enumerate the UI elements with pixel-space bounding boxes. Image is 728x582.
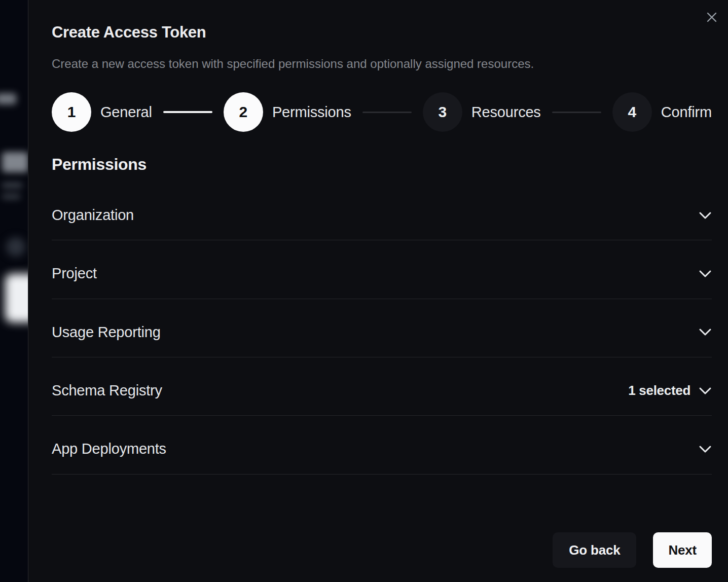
chevron-down-icon bbox=[699, 445, 712, 453]
permission-row-label: Usage Reporting bbox=[52, 324, 161, 341]
chevron-down-icon bbox=[699, 211, 712, 220]
step-label: General bbox=[100, 104, 152, 121]
close-button[interactable] bbox=[702, 7, 722, 27]
step-permissions: 2 Permissions bbox=[224, 92, 351, 132]
close-icon bbox=[706, 11, 718, 23]
go-back-button[interactable]: Go back bbox=[553, 532, 636, 568]
step-connector bbox=[362, 112, 412, 113]
blurred-background-bar bbox=[0, 93, 16, 104]
step-number-badge: 1 bbox=[52, 92, 91, 132]
chevron-down-icon bbox=[699, 387, 712, 395]
permission-row-label: Project bbox=[52, 265, 97, 282]
step-number-badge: 3 bbox=[423, 92, 462, 132]
step-general: 1 General bbox=[52, 92, 152, 132]
step-connector bbox=[552, 112, 601, 113]
permission-row-app-deployments[interactable]: App Deployments bbox=[52, 416, 712, 474]
modal-subtitle: Create a new access token with specified… bbox=[52, 57, 712, 71]
step-number-badge: 4 bbox=[612, 92, 652, 132]
stepper: 1 General 2 Permissions 3 Resources 4 Co… bbox=[52, 92, 712, 132]
step-resources: 3 Resources bbox=[423, 92, 541, 132]
next-button[interactable]: Next bbox=[653, 532, 712, 568]
modal-footer: Go back Next bbox=[52, 532, 712, 568]
chevron-down-icon bbox=[699, 270, 712, 278]
permission-row-label: Schema Registry bbox=[52, 382, 162, 399]
permission-row-usage-reporting[interactable]: Usage Reporting bbox=[52, 299, 712, 357]
selected-count-badge: 1 selected bbox=[628, 383, 690, 398]
permission-row-project[interactable]: Project bbox=[52, 240, 712, 299]
permission-row-label: Organization bbox=[52, 207, 134, 224]
chevron-down-icon bbox=[699, 328, 712, 336]
step-confirm: 4 Confirm bbox=[612, 92, 712, 132]
step-number-badge: 2 bbox=[224, 92, 263, 132]
step-label: Confirm bbox=[661, 104, 712, 121]
blurred-background-block bbox=[2, 152, 28, 172]
modal-title: Create Access Token bbox=[52, 23, 712, 42]
permission-row-label: App Deployments bbox=[52, 441, 166, 457]
permissions-list: Organization Project Usage Reporting bbox=[52, 182, 712, 475]
permissions-heading: Permissions bbox=[52, 155, 712, 174]
step-label: Permissions bbox=[272, 104, 351, 121]
step-connector bbox=[163, 111, 212, 113]
create-access-token-modal: Create Access Token Create a new access … bbox=[28, 0, 728, 582]
blurred-background-circle bbox=[6, 237, 25, 257]
blurred-background-line bbox=[2, 194, 20, 199]
blurred-background-line bbox=[2, 183, 22, 188]
permission-row-organization[interactable]: Organization bbox=[52, 182, 712, 240]
permission-row-schema-registry[interactable]: Schema Registry 1 selected bbox=[52, 357, 712, 416]
step-label: Resources bbox=[471, 104, 541, 121]
